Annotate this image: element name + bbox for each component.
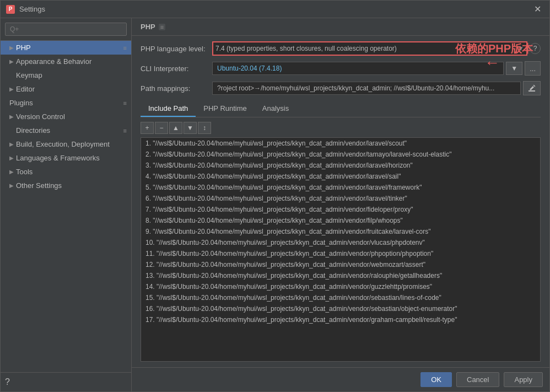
- sidebar-item-label: Appearance & Behavior: [16, 57, 91, 66]
- arrow-icon: ▶: [9, 58, 14, 65]
- sidebar-item-label: Build, Execution, Deployment: [16, 140, 110, 148]
- sidebar-item-version-control[interactable]: ▶ Version Control: [1, 110, 131, 123]
- list-item[interactable]: 13. "//wsl$/Ubuntu-20.04/home/myhui/wsl_…: [141, 270, 540, 281]
- list-item[interactable]: 8. "//wsl$/Ubuntu-20.04/home/myhui/wsl_p…: [141, 215, 540, 226]
- annotation-container: 依赖的PHP版本 ←: [455, 41, 533, 72]
- tabs: Include Path PHP Runtime Analysis: [141, 101, 541, 117]
- include-path-toolbar: + − ▲ ▼ ↕: [141, 122, 541, 134]
- sidebar: ▶ PHP ▶ Appearance & Behavior Keymap ▶ E…: [1, 18, 132, 391]
- edit-icon: [528, 84, 536, 92]
- language-level-label: PHP language level:: [141, 45, 212, 53]
- list-item[interactable]: 2. "//wsl$/Ubuntu-20.04/home/myhui/wsl_p…: [141, 149, 540, 160]
- sidebar-item-other[interactable]: ▶ Other Settings: [1, 179, 131, 192]
- tab-php-runtime[interactable]: PHP Runtime: [196, 101, 255, 117]
- arrow-icon: ▶: [9, 114, 14, 120]
- title-bar: P Settings ✕: [1, 1, 549, 18]
- sidebar-item-label: Tools: [16, 168, 33, 176]
- sidebar-item-label: Directories: [16, 126, 50, 135]
- sidebar-item-label: PHP: [16, 44, 31, 52]
- sidebar-item-keymap[interactable]: Keymap: [1, 68, 131, 82]
- tab-include-path[interactable]: Include Path: [141, 101, 196, 117]
- annotation-arrow-icon: ←: [484, 54, 500, 72]
- list-item[interactable]: 4. "//wsl$/Ubuntu-20.04/home/myhui/wsl_p…: [141, 171, 540, 182]
- remove-path-button[interactable]: −: [155, 122, 168, 134]
- sidebar-item-directories[interactable]: Directories: [1, 123, 131, 137]
- list-item[interactable]: 16. "//wsl$/Ubuntu-20.04/home/myhui/wsl_…: [141, 303, 540, 314]
- sidebar-item-plugins[interactable]: Plugins: [1, 96, 131, 110]
- list-item[interactable]: 15. "//wsl$/Ubuntu-20.04/home/myhui/wsl_…: [141, 292, 540, 303]
- list-item[interactable]: 14. "//wsl$/Ubuntu-20.04/home/myhui/wsl_…: [141, 281, 540, 292]
- arrow-icon: ▶: [9, 169, 14, 175]
- sidebar-item-editor[interactable]: ▶ Editor: [1, 82, 131, 96]
- sidebar-item-appearance[interactable]: ▶ Appearance & Behavior: [1, 55, 131, 68]
- list-item[interactable]: 5. "//wsl$/Ubuntu-20.04/home/myhui/wsl_p…: [141, 182, 540, 193]
- move-down-button[interactable]: ▼: [184, 122, 197, 134]
- path-mappings-wrapper: ?roject root>→/home/myhui/wsl_projects/k…: [212, 81, 541, 95]
- bottom-bar: OK Cancel Apply: [132, 367, 549, 391]
- sidebar-item-label: Other Settings: [16, 181, 62, 190]
- sidebar-items: ▶ PHP ▶ Appearance & Behavior Keymap ▶ E…: [1, 41, 131, 372]
- move-up-button[interactable]: ▲: [169, 122, 182, 134]
- search-box: [1, 18, 131, 41]
- sidebar-item-label: Editor: [16, 85, 35, 93]
- sort-button[interactable]: ↕: [198, 122, 211, 134]
- right-panel: 依赖的PHP版本 ← PHP ≡ PHP language level: 7.4…: [132, 18, 549, 391]
- search-input[interactable]: [5, 23, 127, 36]
- path-mappings-edit-button[interactable]: [523, 81, 541, 95]
- path-mappings-row: Path mappings: ?roject root>→/home/myhui…: [141, 81, 541, 95]
- sidebar-item-languages[interactable]: ▶ Languages & Frameworks: [1, 151, 131, 165]
- list-item[interactable]: 17. "//wsl$/Ubuntu-20.04/home/myhui/wsl_…: [141, 314, 540, 325]
- sidebar-item-build[interactable]: ▶ Build, Execution, Deployment: [1, 137, 131, 151]
- close-button[interactable]: ✕: [531, 3, 544, 16]
- help-icon[interactable]: ?: [5, 377, 10, 386]
- sidebar-item-label: Keymap: [16, 71, 42, 79]
- path-mappings-label: Path mappings:: [141, 84, 212, 93]
- list-item[interactable]: 12. "//wsl$/Ubuntu-20.04/home/myhui/wsl_…: [141, 259, 540, 270]
- tab-analysis[interactable]: Analysis: [255, 101, 296, 117]
- list-item[interactable]: 11. "//wsl$/Ubuntu-20.04/home/myhui/wsl_…: [141, 248, 540, 259]
- list-item[interactable]: 1. "//wsl$/Ubuntu-20.04/home/myhui/wsl_p…: [141, 138, 540, 149]
- panel-body: PHP language level: 7.4 (typed propertie…: [132, 36, 549, 367]
- panel-header: PHP ≡: [132, 18, 549, 36]
- sidebar-item-tools[interactable]: ▶ Tools: [1, 165, 131, 179]
- ok-button[interactable]: OK: [420, 372, 452, 387]
- main-content: ▶ PHP ▶ Appearance & Behavior Keymap ▶ E…: [1, 18, 549, 391]
- sidebar-item-php[interactable]: ▶ PHP: [1, 41, 131, 55]
- cancel-button[interactable]: Cancel: [456, 372, 499, 387]
- svg-rect-0: [529, 90, 535, 92]
- path-mappings-display: ?roject root>→/home/myhui/wsl_projects/k…: [212, 82, 521, 95]
- list-item[interactable]: 9. "//wsl$/Ubuntu-20.04/home/myhui/wsl_p…: [141, 226, 540, 237]
- list-item[interactable]: 6. "//wsl$/Ubuntu-20.04/home/myhui/wsl_p…: [141, 193, 540, 204]
- svg-marker-1: [530, 86, 534, 90]
- apply-button[interactable]: Apply: [504, 372, 543, 387]
- arrow-icon: ▶: [9, 45, 14, 51]
- panel-title: PHP ≡: [141, 23, 165, 31]
- sidebar-item-label: Plugins: [9, 99, 33, 107]
- sidebar-item-label: Version Control: [16, 112, 65, 121]
- path-list[interactable]: 1. "//wsl$/Ubuntu-20.04/home/myhui/wsl_p…: [141, 137, 541, 362]
- arrow-icon: ▶: [9, 86, 14, 92]
- window-title: Settings: [19, 5, 45, 13]
- sidebar-bottom: ?: [1, 372, 131, 391]
- cli-interpreter-label: CLI Interpreter:: [141, 65, 212, 73]
- add-path-button[interactable]: +: [141, 122, 154, 134]
- sidebar-item-label: Languages & Frameworks: [16, 154, 100, 162]
- arrow-icon: ▶: [9, 155, 14, 161]
- arrow-icon: ▶: [9, 141, 14, 147]
- arrow-icon: ▶: [9, 182, 14, 189]
- list-item[interactable]: 7. "//wsl$/Ubuntu-20.04/home/myhui/wsl_p…: [141, 204, 540, 215]
- list-item[interactable]: 3. "//wsl$/Ubuntu-20.04/home/myhui/wsl_p…: [141, 160, 540, 171]
- app-icon: P: [6, 5, 15, 14]
- list-item[interactable]: 10. "//wsl$/Ubuntu-20.04/home/myhui/wsl_…: [141, 237, 540, 248]
- settings-dialog: P Settings ✕ ▶ PHP ▶ Appearance & Behavi…: [0, 0, 550, 392]
